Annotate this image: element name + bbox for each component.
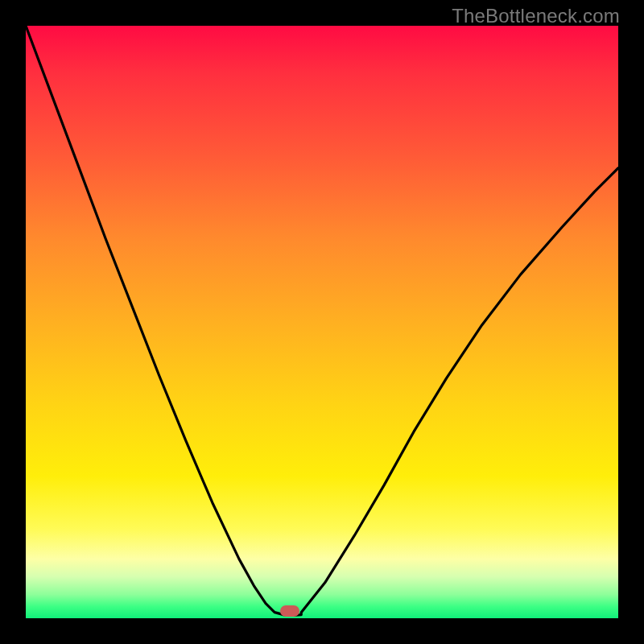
watermark-text: TheBottleneck.com — [452, 5, 620, 27]
bottleneck-curve — [26, 26, 618, 615]
plot-area — [26, 26, 618, 618]
min-point-marker — [280, 605, 299, 617]
outer-frame: TheBottleneck.com — [0, 0, 644, 644]
curve-svg — [26, 26, 618, 618]
